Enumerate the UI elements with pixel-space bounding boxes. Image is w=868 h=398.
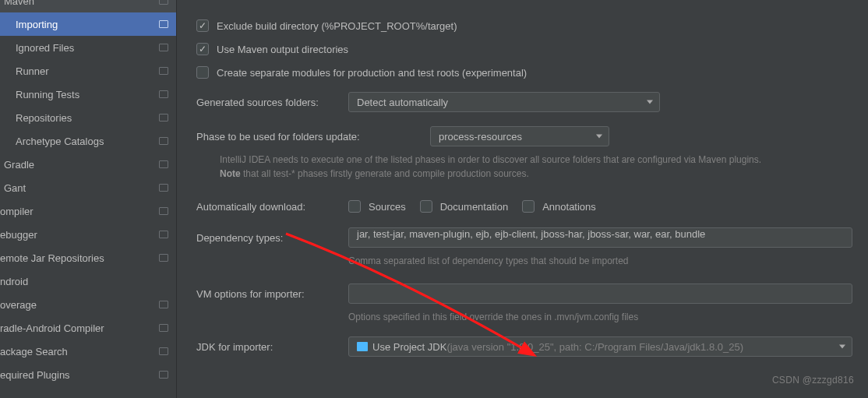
project-indicator-icon	[159, 301, 168, 308]
sidebar-item-gradle[interactable]: Gradle	[0, 153, 176, 176]
sidebar-item-runner[interactable]: Runner	[0, 59, 176, 83]
sidebar-item-archetype-catalogs[interactable]: Archetype Catalogs	[0, 129, 176, 153]
sidebar-item-running-tests[interactable]: Running Tests	[0, 83, 176, 106]
project-indicator-icon	[159, 371, 168, 379]
sidebar-item-ignored-files[interactable]: Ignored Files	[0, 36, 176, 59]
project-indicator-icon	[159, 324, 168, 332]
vm-options-input[interactable]	[348, 284, 852, 304]
project-indicator-icon	[159, 90, 168, 98]
checkbox-sources-label: Sources	[369, 201, 406, 213]
checkbox-row-exclude[interactable]: Exclude build directory (%PROJECT_ROOT%/…	[196, 14, 852, 37]
sidebar-item-gant[interactable]: Gant	[0, 176, 176, 199]
checkbox-usemaven[interactable]	[196, 43, 209, 55]
project-indicator-icon	[159, 254, 168, 262]
project-indicator-icon	[159, 114, 168, 122]
phase-label: Phase to be used for folders update:	[196, 131, 430, 143]
project-indicator-icon	[159, 160, 168, 168]
phase-select[interactable]: process-resources	[430, 126, 609, 146]
checkbox-label: Create separate modules for production a…	[217, 67, 527, 79]
project-indicator-icon	[159, 137, 168, 145]
folder-icon	[357, 342, 368, 351]
project-indicator-icon	[159, 207, 168, 215]
checkbox-label: Use Maven output directories	[217, 44, 348, 55]
watermark: CSDN @zzzgd816	[772, 375, 854, 386]
settings-content: Exclude build directory (%PROJECT_ROOT%/…	[177, 0, 868, 398]
vm-options-label: VM options for importer:	[196, 288, 348, 300]
dependency-hint: Comma separated list of dependency types…	[348, 254, 852, 268]
vm-options-hint: Options specified in this field override…	[348, 310, 852, 324]
sidebar-item-remote-jar[interactable]: emote Jar Repositories	[0, 246, 176, 269]
sidebar-item-required-plugins[interactable]: equired Plugins	[0, 363, 176, 386]
sidebar-item-coverage[interactable]: overage	[0, 293, 176, 316]
settings-sidebar: Maven Importing Ignored Files Runner Run…	[0, 0, 177, 398]
project-indicator-icon	[159, 44, 168, 51]
auto-download-label: Automatically download:	[196, 201, 348, 213]
checkbox-exclude[interactable]	[196, 19, 209, 32]
dependency-types-input[interactable]: jar, test-jar, maven-plugin, ejb, ejb-cl…	[348, 227, 852, 248]
sidebar-item-debugger[interactable]: ebugger	[0, 223, 176, 246]
phase-hint-2: Note that all test-* phases firstly gene…	[220, 167, 852, 181]
project-indicator-icon	[159, 0, 168, 5]
phase-hint-1: IntelliJ IDEA needs to execute one of th…	[220, 153, 852, 167]
generated-sources-select[interactable]: Detect automatically	[348, 92, 660, 112]
project-indicator-icon	[159, 347, 168, 355]
sidebar-item-gradle-android[interactable]: radle-Android Compiler	[0, 316, 176, 340]
project-indicator-icon	[159, 67, 168, 75]
dependency-types-label: Dependency types:	[196, 232, 348, 244]
project-indicator-icon	[159, 184, 168, 192]
checkbox-annotations[interactable]	[522, 200, 535, 213]
checkbox-sources[interactable]	[348, 200, 361, 213]
checkbox-row-separate[interactable]: Create separate modules for production a…	[196, 61, 852, 84]
checkbox-row-usemaven[interactable]: Use Maven output directories	[196, 37, 852, 61]
checkbox-label: Exclude build directory (%PROJECT_ROOT%/…	[217, 20, 457, 32]
jdk-importer-label: JDK for importer:	[196, 341, 348, 353]
sidebar-item-compiler[interactable]: ompiler	[0, 199, 176, 223]
sidebar-item-repositories[interactable]: Repositories	[0, 106, 176, 129]
project-indicator-icon	[159, 231, 168, 238]
checkbox-annotations-label: Annotations	[542, 201, 596, 213]
sidebar-item-package-search[interactable]: ackage Search	[0, 340, 176, 363]
checkbox-documentation[interactable]	[420, 200, 432, 213]
project-indicator-icon	[159, 20, 168, 28]
sidebar-item-android[interactable]: ndroid	[0, 269, 176, 293]
sidebar-item-maven[interactable]: Maven	[0, 0, 176, 12]
checkbox-separate[interactable]	[196, 66, 209, 79]
generated-sources-label: Generated sources folders:	[196, 97, 348, 108]
checkbox-documentation-label: Documentation	[440, 201, 508, 213]
jdk-importer-select[interactable]: Use Project JDK (java version "1.8.0_25"…	[348, 336, 852, 357]
sidebar-item-importing[interactable]: Importing	[0, 12, 176, 36]
